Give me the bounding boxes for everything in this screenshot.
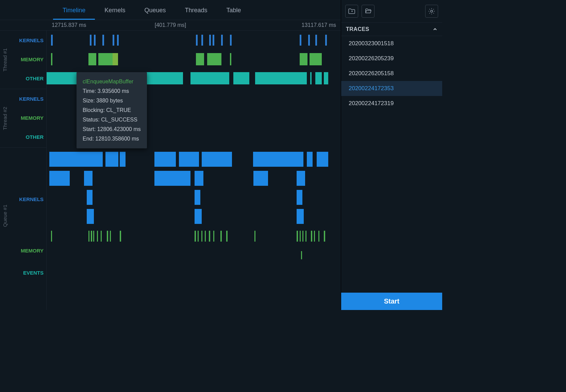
event-tooltip: clEnqueueMapBuffer Time: 3.935600 ms Siz… — [77, 72, 147, 148]
trace-item[interactable]: 20200226205158 — [341, 66, 442, 81]
tooltip-size: Size: 3880 bytes — [83, 96, 141, 105]
folder-plus-icon — [348, 9, 355, 14]
tooltip-time: Time: 3.935600 ms — [83, 86, 141, 96]
tab-queues[interactable]: Queues — [135, 0, 175, 20]
tooltip-title: clEnqueueMapBuffer — [83, 77, 141, 86]
tooltip-end: End: 12810.358600 ms — [83, 134, 141, 144]
tab-threads[interactable]: Threads — [175, 0, 217, 20]
row-labels: Thread #1 KERNELS MEMORY OTHER Thread #2… — [0, 31, 47, 310]
tooltip-start: Start: 12806.423000 ms — [83, 125, 141, 134]
group-thread1: Thread #1 — [0, 31, 10, 89]
svg-point-2 — [431, 10, 433, 12]
new-folder-button[interactable] — [345, 5, 358, 18]
settings-button[interactable] — [425, 5, 438, 18]
gear-icon — [428, 8, 435, 15]
row-label-memory: MEMORY — [10, 50, 46, 69]
row-label-kernels: KERNELS — [10, 31, 46, 50]
row-label-memory: MEMORY — [10, 240, 46, 262]
time-ruler: 12715.837 ms [401.779 ms] 13117.617 ms — [0, 20, 341, 31]
tooltip-status: Status: CL_SUCCESS — [83, 115, 141, 125]
folder-open-icon — [365, 9, 371, 14]
trace-item[interactable]: 20200224172319 — [341, 96, 442, 111]
row-label-other: OTHER — [10, 69, 46, 88]
open-folder-button[interactable] — [362, 5, 374, 18]
row-label-memory: MEMORY — [10, 108, 46, 127]
tab-kernels[interactable]: Kernels — [95, 0, 135, 20]
row-label-kernels: KERNELS — [10, 89, 46, 108]
tab-bar: Timeline Kernels Queues Threads Table — [0, 0, 341, 20]
row-label-other: OTHER — [10, 127, 46, 146]
time-end: 13117.617 ms — [302, 22, 336, 28]
chevron-up-icon — [433, 27, 437, 32]
tab-timeline[interactable]: Timeline — [53, 0, 95, 20]
trace-item[interactable]: 20200226205239 — [341, 51, 442, 66]
group-queue1: Queue #1 — [0, 148, 10, 284]
time-start: 12715.837 ms — [52, 22, 86, 28]
tooltip-blocking: Blocking: CL_TRUE — [83, 105, 141, 115]
trace-item[interactable]: 20200224172353 — [341, 81, 442, 96]
traces-list: 2020032300151820200226205239202002262051… — [341, 36, 442, 293]
tab-table[interactable]: Table — [217, 0, 250, 20]
time-span: [401.779 ms] — [155, 22, 186, 28]
traces-header[interactable]: TRACES — [341, 23, 442, 36]
group-thread2: Thread #2 — [0, 89, 10, 147]
start-button[interactable]: Start — [341, 293, 442, 310]
row-label-events: EVENTS — [10, 262, 46, 284]
trace-item[interactable]: 20200323001518 — [341, 36, 442, 51]
row-label-kernels: KERNELS — [10, 148, 46, 240]
